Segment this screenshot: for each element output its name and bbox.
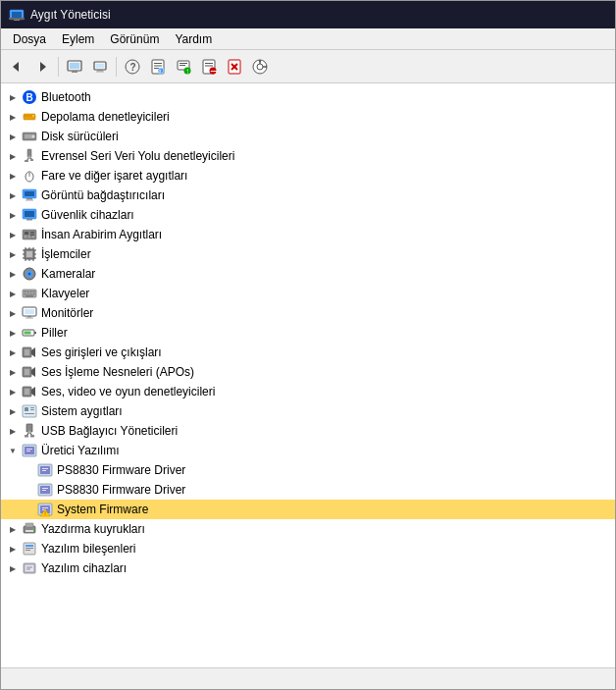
expander-ses-giris: ▶ [5, 345, 21, 360]
system-firmware-label: System Firmware [57, 503, 148, 516]
tree-item-ps8830-2[interactable]: PS8830 Firmware Driver [1, 480, 615, 500]
guvenlik-label: Güvenlik cihazları [41, 208, 134, 222]
toolbar-disable-button[interactable]: — [197, 55, 221, 79]
svg-rect-144 [26, 530, 33, 532]
tree-item-yaz-cih[interactable]: ▶ Yazılım cihazları [1, 558, 615, 578]
svg-rect-153 [26, 569, 30, 570]
svg-rect-64 [25, 232, 28, 235]
toolbar-update-button[interactable]: ↑ [172, 55, 195, 79]
tree-item-islemci[interactable]: ▶ İşlemc [1, 244, 615, 264]
svg-rect-11 [97, 70, 103, 72]
tree-item-bluetooth[interactable]: ▶ B Bluetooth [1, 87, 615, 107]
toolbar-show-device-button[interactable] [63, 55, 86, 79]
toolbar-sep-1 [58, 57, 59, 77]
menu-gorunum[interactable]: Görünüm [102, 30, 167, 48]
toolbar-computer-button[interactable] [88, 55, 112, 79]
tree-item-guvenlik[interactable]: ▶ Güvenlik cihazları [1, 205, 615, 225]
menu-yardim[interactable]: Yardım [167, 30, 220, 48]
svg-rect-61 [25, 211, 34, 217]
tree-item-depolama[interactable]: ▶ Depolama denetleyicileri [1, 107, 615, 127]
svg-rect-10 [96, 64, 104, 68]
expander-islemci: ▶ [5, 246, 21, 262]
tree-item-klavye[interactable]: ▶ Klavyeler [1, 284, 615, 303]
expander-ps8830-2 [21, 482, 36, 498]
expander-kamera: ▶ [5, 266, 21, 282]
expander-guvenlik: ▶ [5, 207, 21, 223]
tree-item-usb-bag[interactable]: ▶ USB Bağlayıcı Yöneticileri [1, 421, 615, 441]
expander-bluetooth: ▶ [5, 89, 21, 105]
svg-rect-95 [33, 293, 35, 295]
toolbar-help-button[interactable]: ? [121, 55, 144, 79]
toolbar-uninstall-button[interactable] [223, 55, 246, 79]
tree-item-yaz-bil[interactable]: ▶ Yazılım bileşenleri [1, 539, 615, 558]
tree-item-yaz-kur[interactable]: ▶ Yazdırma kuyrukları [1, 519, 615, 539]
expander-yaz-kur: ▶ [5, 521, 21, 537]
tree-item-kamera[interactable]: ▶ Kameralar [1, 264, 615, 284]
svg-rect-51 [25, 160, 28, 162]
tree-item-ps8830-1[interactable]: PS8830 Firmware Driver [1, 460, 615, 480]
svg-text:B: B [26, 92, 33, 103]
svg-point-43 [32, 115, 34, 117]
tree-item-disk[interactable]: ▶ Disk sürücüleri [1, 127, 615, 146]
toolbar-scan-button[interactable] [248, 55, 272, 79]
klavye-label: Klavyeler [41, 287, 89, 300]
ps8830-2-label: PS8830 Firmware Driver [57, 483, 185, 497]
svg-rect-88 [25, 292, 26, 293]
tree-item-evrensel[interactable]: ▶ Evrensel Seri Veri Yolu denetleyiciler… [1, 146, 615, 166]
tree-item-goruntu[interactable]: ▶ Görüntü bağdaştırıcıları [1, 186, 615, 205]
tree-item-system-firmware[interactable]: ! System Firmware [1, 500, 615, 519]
ps8830-1-label: PS8830 Firmware Driver [57, 463, 185, 477]
tree-item-ses-video[interactable]: ▶ Ses, video ve oyun denetleyicileri [1, 382, 615, 401]
expander-ses-video: ▶ [5, 384, 21, 399]
ses-video-icon [21, 383, 38, 400]
svg-point-50 [28, 156, 31, 159]
svg-rect-135 [42, 490, 46, 491]
tree-item-fare[interactable]: ▶ Fare ve diğer işaret aygıtları [1, 166, 615, 186]
goruntu-icon [21, 186, 38, 204]
svg-point-35 [257, 64, 263, 70]
monit-label: Monitörler [41, 306, 93, 320]
ses-giris-label: Ses girişleri ve çıkışları [41, 345, 162, 359]
svg-point-67 [25, 236, 26, 238]
window-title: Aygıt Yöneticisi [30, 8, 111, 22]
tree-item-uretici[interactable]: ▼ Üretici Yazılımı [1, 441, 615, 460]
svg-rect-151 [26, 565, 33, 571]
svg-rect-122 [25, 435, 28, 438]
depolama-icon [21, 108, 38, 126]
tree-item-ses-giris[interactable]: ▶ Ses girişleri ve çıkışları [1, 343, 615, 362]
toolbar-properties-button[interactable]: i [146, 55, 170, 79]
svg-rect-147 [26, 545, 33, 547]
tree-item-pil[interactable]: ▶ Piller [1, 323, 615, 343]
svg-rect-116 [30, 409, 34, 410]
menu-eylem[interactable]: Eylem [54, 30, 102, 48]
svg-point-68 [28, 236, 30, 238]
disk-icon [21, 128, 38, 145]
tree-item-ses-isleme[interactable]: ▶ Ses İşleme Nesneleri (APOs) [1, 362, 615, 382]
yaz-cih-icon [21, 559, 38, 577]
svg-rect-57 [25, 191, 34, 196]
islemci-icon [21, 245, 38, 263]
device-manager-window: Aygıt Yöneticisi Dosya Eylem Görünüm Yar… [0, 0, 616, 690]
yaz-cih-label: Yazılım cihazları [41, 561, 127, 575]
bluetooth-label: Bluetooth [41, 90, 91, 104]
tree-item-monit[interactable]: ▶ Monitörler [1, 303, 615, 323]
svg-rect-111 [25, 389, 29, 395]
ps8830-2-icon [36, 481, 54, 499]
menu-dosya[interactable]: Dosya [5, 30, 54, 48]
svg-rect-66 [30, 235, 34, 237]
evrensel-label: Evrensel Seri Veri Yolu denetleyicileri [41, 149, 234, 163]
svg-rect-59 [26, 200, 33, 201]
toolbar-forward-button[interactable] [30, 55, 54, 79]
bluetooth-icon: B [21, 88, 38, 106]
tree-item-insan[interactable]: ▶ İnsan Arabirim Aygıtları [1, 225, 615, 244]
toolbar-back-button[interactable] [5, 55, 28, 79]
svg-rect-90 [30, 292, 32, 293]
title-bar: Aygıt Yöneticisi [1, 1, 615, 28]
svg-text:—: — [211, 65, 217, 75]
svg-rect-149 [26, 550, 30, 551]
svg-rect-7 [70, 63, 79, 69]
expander-yaz-cih: ▶ [5, 560, 21, 576]
usb-bag-label: USB Bağlayıcı Yöneticileri [41, 424, 178, 438]
evrensel-icon [21, 147, 38, 165]
tree-item-sistem[interactable]: ▶ Sistem aygıtları [1, 401, 615, 421]
